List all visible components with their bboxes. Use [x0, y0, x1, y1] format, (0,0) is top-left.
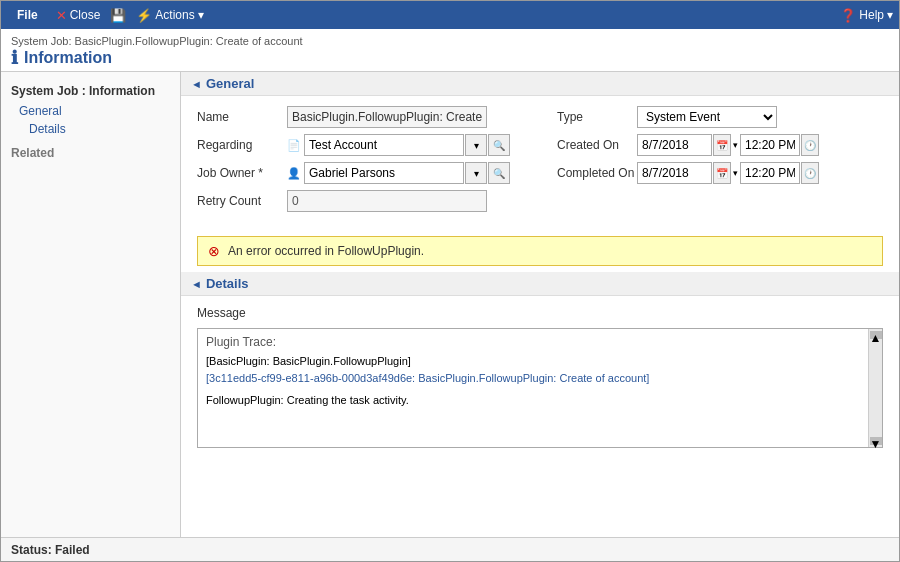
sidebar-item-details[interactable]: Details: [1, 120, 180, 138]
error-icon: ⊗: [208, 243, 220, 259]
details-section-title: Details: [206, 276, 249, 291]
scroll-up-arrow[interactable]: ▲: [870, 331, 882, 339]
job-owner-dropdown-btn[interactable]: ▾: [465, 162, 487, 184]
job-owner-row: Job Owner * 👤 ▾ 🔍 Completed On 📅 ▾: [197, 162, 883, 184]
actions-icon: ⚡: [136, 8, 152, 23]
created-on-control: 📅 ▾ 🕐: [637, 134, 819, 156]
job-owner-label: Job Owner *: [197, 166, 287, 180]
trace-line1: [BasicPlugin: BasicPlugin.FollowupPlugin…: [206, 353, 858, 370]
trace-line2: [3c11edd5-cf99-e811-a96b-000d3af49d6e: B…: [206, 370, 858, 387]
completed-on-date-input[interactable]: [637, 162, 712, 184]
top-bar: File ✕ Close 💾 ⚡ Actions ▾ ❓ Help ▾: [1, 1, 899, 29]
name-label: Name: [197, 110, 287, 124]
job-owner-control: 👤 ▾ 🔍: [287, 162, 510, 184]
breadcrumb: System Job: BasicPlugin.FollowupPlugin: …: [11, 35, 889, 47]
save-button[interactable]: 💾: [110, 8, 126, 23]
trace-content: Plugin Trace: [BasicPlugin: BasicPlugin.…: [198, 329, 882, 415]
type-right: Type System Event: [557, 106, 883, 128]
job-owner-input[interactable]: [304, 162, 464, 184]
created-on-time-input[interactable]: [740, 134, 800, 156]
scroll-track: [870, 339, 882, 437]
created-on-date-input[interactable]: [637, 134, 712, 156]
details-section-header[interactable]: ◄ Details: [181, 272, 899, 296]
completed-on-calendar-btn[interactable]: 📅: [713, 162, 731, 184]
completed-on-time-btn[interactable]: 🕐: [801, 162, 819, 184]
person-icon: 👤: [287, 167, 301, 180]
general-form: Name Type System Event Regarding: [181, 96, 899, 230]
created-on-time-btn[interactable]: 🕐: [801, 134, 819, 156]
completed-on-time-input[interactable]: [740, 162, 800, 184]
regarding-dropdown-btn[interactable]: ▾: [465, 134, 487, 156]
general-section-header[interactable]: ◄ General: [181, 72, 899, 96]
trace-link[interactable]: [3c11edd5-cf99-e811-a96b-000d3af49d6e: B…: [206, 372, 649, 384]
trace-label: Plugin Trace:: [206, 335, 858, 349]
actions-button[interactable]: ⚡ Actions ▾: [136, 8, 203, 23]
status-label: Status: Failed: [11, 543, 90, 557]
scrollbar[interactable]: ▲ ▼: [868, 329, 882, 447]
page-title: ℹ Information: [11, 47, 889, 69]
created-on-label: Created On: [557, 138, 637, 152]
actions-dropdown-icon: ▾: [198, 8, 204, 22]
created-on-calendar-btn[interactable]: 📅: [713, 134, 731, 156]
status-bar: Status: Failed: [1, 537, 899, 561]
title-section: System Job: BasicPlugin.FollowupPlugin: …: [1, 29, 899, 72]
trace-line4: FollowupPlugin: Creating the task activi…: [206, 392, 858, 409]
trace-box: Plugin Trace: [BasicPlugin: BasicPlugin.…: [197, 328, 883, 448]
error-box: ⊗ An error occurred in FollowUpPlugin.: [197, 236, 883, 266]
general-collapse-icon: ◄: [191, 78, 202, 90]
help-button[interactable]: ❓ Help ▾: [840, 8, 893, 23]
name-row: Name Type System Event: [197, 106, 883, 128]
name-input[interactable]: [287, 106, 487, 128]
type-select[interactable]: System Event: [637, 106, 777, 128]
close-icon: ✕: [56, 8, 67, 23]
toolbar-actions: ✕ Close 💾 ⚡ Actions ▾: [56, 8, 204, 23]
scroll-down-arrow[interactable]: ▼: [870, 437, 882, 445]
completed-on-cal-icon: ▾: [733, 168, 738, 178]
regarding-lookup-btn[interactable]: 🔍: [488, 134, 510, 156]
help-dropdown-icon: ▾: [887, 8, 893, 22]
topbar-right: ❓ Help ▾: [840, 8, 893, 23]
regarding-row: Regarding 📄 ▾ 🔍 Created On 📅 ▾: [197, 134, 883, 156]
job-owner-lookup-btn[interactable]: 🔍: [488, 162, 510, 184]
created-on-right: Created On 📅 ▾ 🕐: [557, 134, 883, 156]
regarding-label: Regarding: [197, 138, 287, 152]
message-label: Message: [181, 302, 899, 324]
sidebar-title: System Job : Information: [1, 80, 180, 102]
regarding-control: 📄 ▾ 🔍: [287, 134, 510, 156]
doc-icon: 📄: [287, 139, 301, 152]
file-button[interactable]: File: [7, 6, 48, 24]
name-control: [287, 106, 507, 128]
save-icon: 💾: [110, 8, 126, 23]
sidebar-related: Related: [1, 138, 180, 162]
sidebar-item-general[interactable]: General: [1, 102, 180, 120]
completed-on-right: Completed On 📅 ▾ 🕐: [557, 162, 883, 184]
main-area: System Job : Information General Details…: [1, 72, 899, 537]
details-collapse-icon: ◄: [191, 278, 202, 290]
type-label: Type: [557, 110, 637, 124]
completed-on-label: Completed On: [557, 166, 637, 180]
retry-count-row: Retry Count 0: [197, 190, 883, 212]
completed-on-control: 📅 ▾ 🕐: [637, 162, 819, 184]
error-message: An error occurred in FollowUpPlugin.: [228, 244, 424, 258]
job-owner-left: Job Owner * 👤 ▾ 🔍: [197, 162, 557, 184]
retry-count-label: Retry Count: [197, 194, 287, 208]
general-section-title: General: [206, 76, 254, 91]
regarding-input[interactable]: [304, 134, 464, 156]
info-page-icon: ℹ: [11, 47, 18, 69]
name-left: Name: [197, 106, 557, 128]
created-on-cal-icon: ▾: [733, 140, 738, 150]
close-button[interactable]: ✕ Close: [56, 8, 101, 23]
regarding-left: Regarding 📄 ▾ 🔍: [197, 134, 557, 156]
retry-count-value: 0: [287, 190, 487, 212]
sidebar: System Job : Information General Details…: [1, 72, 181, 537]
content-area: ◄ General Name Type System Event: [181, 72, 899, 537]
help-icon: ❓: [840, 8, 856, 23]
